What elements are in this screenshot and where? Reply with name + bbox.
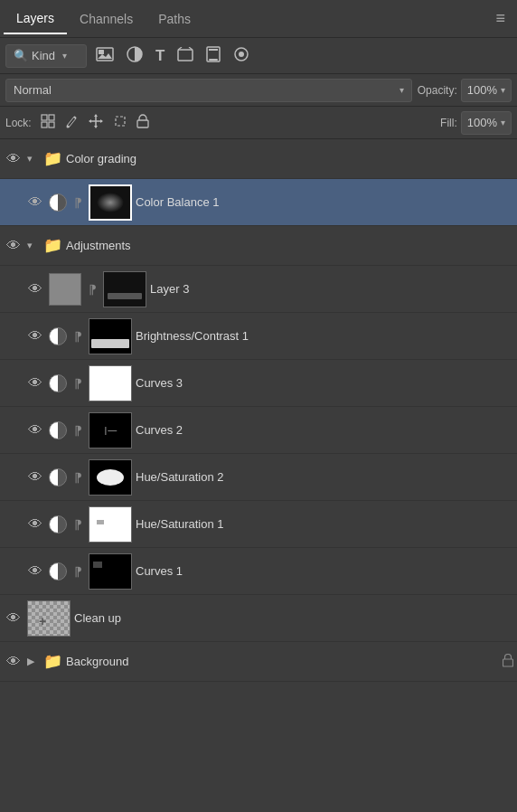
opacity-label: Opacity:	[418, 84, 457, 97]
layer-name: Color Balance 1	[136, 195, 513, 209]
visibility-icon[interactable]: 👁	[25, 281, 45, 297]
kind-chevron-icon: ▾	[62, 51, 67, 61]
circle-filter-icon[interactable]	[230, 44, 253, 68]
shape-filter-icon[interactable]	[174, 45, 197, 67]
fill-input[interactable]: 100% ▾	[461, 111, 512, 135]
layer-row[interactable]: 👁 ▾ 📁 Color grading	[0, 139, 517, 179]
layer-row[interactable]: 👁 ⁋ Color Balance 1	[0, 179, 517, 226]
search-icon: 🔍	[14, 49, 28, 62]
opacity-input[interactable]: 100% ▾	[461, 79, 512, 102]
visibility-icon[interactable]: 👁	[4, 610, 24, 627]
layer-row[interactable]: 👁 ⁋ Curves 1	[0, 548, 517, 595]
svg-marker-19	[94, 126, 98, 128]
fill-value: 100%	[467, 116, 497, 129]
lock-paintbrush-icon[interactable]	[62, 112, 80, 133]
layer-row[interactable]: 👁 ▶ 📁 Background	[0, 642, 517, 682]
opacity-value: 100%	[467, 83, 497, 97]
layer-row[interactable]: 👁 ⁋ Brightness/Contrast 1	[0, 313, 517, 360]
layer-thumbnail	[89, 318, 132, 354]
kind-dropdown[interactable]: 🔍 Kind ▾	[5, 44, 87, 68]
layer-row[interactable]: 👁 ▾ 📁 Adjustments	[0, 226, 517, 266]
layer-thumbnail	[89, 553, 132, 590]
adjustment-icon	[49, 421, 67, 439]
svg-marker-18	[94, 114, 98, 117]
layer-mask-thumbnail	[103, 271, 146, 307]
visibility-icon[interactable]: 👁	[25, 469, 45, 486]
fill-label: Fill:	[440, 117, 457, 129]
visibility-icon[interactable]: 👁	[4, 238, 24, 254]
blend-mode-dropdown[interactable]: Normal ▾	[5, 79, 412, 102]
collapse-icon[interactable]: ▶	[27, 656, 40, 667]
svg-rect-23	[137, 120, 148, 127]
layer-name: Clean up	[74, 611, 513, 625]
layer-name: Color grading	[66, 152, 513, 165]
layer-name: Curves 1	[136, 564, 513, 578]
kind-label: Kind	[32, 49, 55, 62]
layer-thumbnail	[89, 365, 132, 401]
lock-all-icon[interactable]	[135, 112, 151, 133]
svg-rect-22	[116, 117, 125, 126]
adjustment-filter-icon[interactable]	[123, 44, 146, 68]
lock-artboard-icon[interactable]	[111, 112, 129, 133]
layer-thumbnail	[89, 459, 132, 496]
layer-thumbnail: | ·—	[89, 412, 132, 448]
lock-pixels-icon[interactable]	[39, 112, 57, 133]
link-icon: ⁋	[70, 329, 85, 344]
visibility-icon[interactable]: 👁	[25, 328, 45, 345]
visibility-icon[interactable]: 👁	[25, 375, 45, 392]
panel-menu-icon[interactable]: ≡	[488, 5, 513, 32]
visibility-icon[interactable]: 👁	[4, 654, 24, 670]
layer-row[interactable]: 👁 + Clean up	[0, 595, 517, 642]
lock-row: Lock:	[0, 107, 517, 139]
collapse-icon[interactable]: ▾	[27, 153, 40, 165]
layer-name: Adjustments	[66, 239, 513, 252]
tab-layers[interactable]: Layers	[4, 4, 67, 34]
layer-thumbnail: +	[27, 600, 70, 637]
link-icon: ⁋	[70, 376, 85, 391]
fill-chevron-icon: ▾	[501, 118, 505, 127]
visibility-icon[interactable]: 👁	[25, 516, 45, 533]
kind-toolbar-row: 🔍 Kind ▾ T	[0, 38, 517, 74]
layer-row[interactable]: 👁 ⁋ Hue/Saturation 2	[0, 454, 517, 501]
lock-label: Lock:	[5, 117, 32, 129]
layer-thumbnail	[49, 273, 81, 306]
layer-name: Curves 3	[136, 376, 513, 390]
link-icon: ⁋	[70, 470, 85, 485]
layer-row[interactable]: 👁 ⁋ | ·— Curves 2	[0, 407, 517, 454]
svg-point-10	[239, 52, 244, 57]
svg-rect-12	[49, 115, 54, 120]
link-icon: ⁋	[70, 423, 85, 438]
visibility-icon[interactable]: 👁	[25, 563, 45, 580]
image-filter-icon[interactable]	[92, 45, 118, 67]
layer-row[interactable]: 👁 ⁋ Hue/Saturation 1	[0, 501, 517, 548]
opacity-group: Opacity: 100% ▾	[418, 79, 512, 102]
collapse-icon[interactable]: ▾	[27, 240, 40, 251]
svg-rect-14	[49, 122, 54, 127]
svg-rect-8	[209, 59, 218, 61]
layer-name: Hue/Saturation 1	[136, 517, 513, 531]
svg-marker-21	[100, 119, 103, 123]
lock-move-icon[interactable]	[86, 111, 106, 134]
adjustment-icon	[49, 327, 67, 345]
type-filter-icon[interactable]: T	[152, 45, 168, 67]
layer-row[interactable]: 👁 ⁋ Curves 3	[0, 360, 517, 407]
svg-rect-13	[42, 122, 47, 127]
link-icon: ⁋	[70, 564, 85, 579]
visibility-icon[interactable]: 👁	[25, 194, 45, 211]
link-icon: ⁋	[85, 282, 99, 297]
layer-row[interactable]: 👁 ⁋ Layer 3	[0, 266, 517, 313]
svg-rect-24	[503, 659, 513, 666]
adjustment-icon	[49, 374, 67, 392]
visibility-icon[interactable]: 👁	[25, 422, 45, 439]
link-icon: ⁋	[70, 517, 85, 532]
tab-channels[interactable]: Channels	[67, 5, 146, 33]
link-icon: ⁋	[70, 195, 85, 210]
visibility-icon[interactable]: 👁	[4, 151, 24, 167]
folder-icon: 📁	[43, 236, 62, 255]
layers-list: 👁 ▾ 📁 Color grading 👁 ⁋ Color Balance 1 …	[0, 139, 517, 682]
tab-paths[interactable]: Paths	[146, 5, 203, 33]
svg-point-15	[66, 126, 69, 128]
adjustment-icon	[49, 562, 67, 581]
fill-group: Fill: 100% ▾	[440, 111, 512, 135]
smart-filter-icon[interactable]	[202, 44, 224, 68]
